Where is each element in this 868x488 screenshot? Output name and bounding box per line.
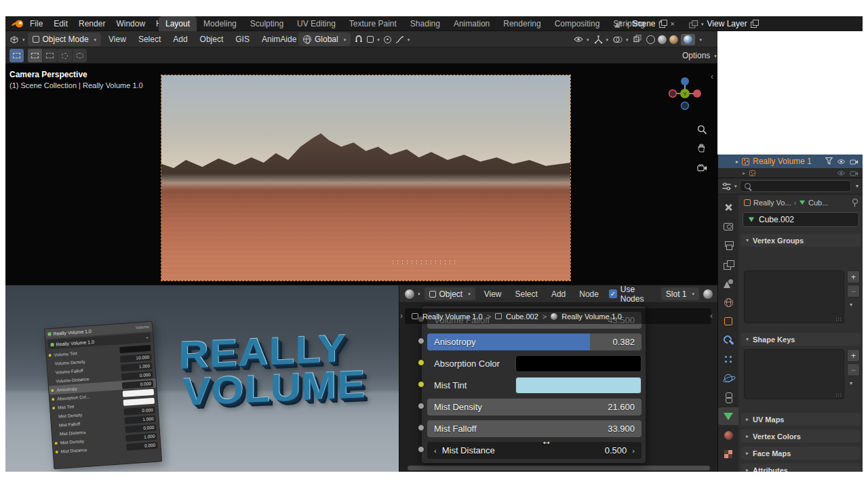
horizontal-scrollbar[interactable] bbox=[408, 466, 710, 470]
pan-hand-icon[interactable] bbox=[697, 143, 707, 156]
workspace-tab-animation[interactable]: Animation bbox=[447, 16, 496, 31]
menu-view[interactable]: View bbox=[479, 289, 507, 299]
path-object[interactable]: Cube.002 bbox=[506, 312, 538, 321]
camera-visibility-icon[interactable] bbox=[850, 155, 859, 167]
select-mode-tweak-button[interactable] bbox=[28, 49, 42, 62]
shading-material-button[interactable] bbox=[669, 35, 678, 44]
object-visibility-dropdown[interactable]: ▾ bbox=[574, 36, 589, 43]
properties-editor-type-button[interactable]: ▾ bbox=[722, 182, 737, 190]
outliner-item-label[interactable]: Really Volume 1 bbox=[753, 157, 812, 166]
select-mode-circle-button[interactable] bbox=[58, 49, 72, 62]
camera-render-view[interactable] bbox=[161, 75, 571, 281]
vertex-groups-list[interactable] bbox=[744, 270, 844, 323]
mist-tint-swatch[interactable] bbox=[515, 377, 642, 394]
socket-mist-distance[interactable] bbox=[418, 446, 425, 453]
workspace-tab-uv-editing[interactable]: UV Editing bbox=[290, 16, 342, 31]
menu-select[interactable]: Select bbox=[511, 289, 542, 299]
snap-toggle-button[interactable] bbox=[355, 33, 363, 45]
tab-modifiers[interactable] bbox=[718, 331, 738, 349]
use-nodes-checkbox[interactable]: ✓Use Nodes bbox=[609, 285, 657, 304]
select-mode-box-button[interactable] bbox=[43, 49, 57, 62]
workspace-tab-sculpting[interactable]: Sculpting bbox=[243, 16, 290, 31]
view-layer-name[interactable]: View Layer bbox=[707, 19, 747, 28]
copy-scene-icon[interactable] bbox=[659, 20, 667, 28]
tab-tool[interactable] bbox=[718, 199, 738, 216]
panel-header-uv-maps[interactable]: ▸UV Maps bbox=[741, 413, 861, 426]
menu-file[interactable]: File bbox=[24, 16, 48, 31]
xray-toggle-button[interactable] bbox=[633, 33, 642, 45]
tab-output[interactable] bbox=[718, 237, 738, 254]
mode-dropdown[interactable]: Object Mode▾ bbox=[28, 33, 102, 46]
panel-header-face-maps[interactable]: ▸Face Maps bbox=[741, 447, 861, 460]
tab-physics[interactable] bbox=[718, 369, 738, 387]
overlays-dropdown[interactable]: ▾ bbox=[613, 36, 629, 43]
menu-select[interactable]: Select bbox=[134, 35, 165, 44]
panel-header-vertex-groups[interactable]: ▾ Vertex Groups bbox=[741, 234, 861, 247]
shader-node[interactable]: Volume Falloff43.500 Anisotropy0.382 Abs… bbox=[421, 306, 646, 464]
region-collapse-icon[interactable]: ‹ bbox=[710, 311, 713, 321]
scene-name[interactable]: Scene bbox=[633, 19, 656, 28]
caret-down-icon[interactable]: ▾ bbox=[856, 184, 859, 189]
shader-editor-type-button[interactable]: ▾ bbox=[405, 289, 420, 299]
workspace-tab-shading[interactable]: Shading bbox=[403, 16, 447, 31]
navigation-gizmo[interactable]: Y bbox=[667, 76, 703, 114]
absorption-color-swatch[interactable] bbox=[515, 355, 642, 372]
snap-target-dropdown[interactable]: ▾ bbox=[367, 36, 380, 43]
hide-eye-icon[interactable] bbox=[837, 155, 846, 167]
vertex-group-remove-button[interactable]: − bbox=[847, 285, 860, 298]
blender-logo-icon[interactable] bbox=[11, 19, 24, 31]
disclosure-icon[interactable]: ▸ bbox=[743, 170, 745, 176]
shader-type-dropdown[interactable]: Object▾ bbox=[425, 287, 475, 300]
shape-key-add-button[interactable]: + bbox=[847, 349, 860, 362]
datablock-name-field[interactable]: Cube.002 bbox=[743, 212, 859, 227]
node-input-mist-falloff[interactable]: Mist Falloff33.900 bbox=[427, 420, 642, 437]
shape-key-remove-button[interactable]: − bbox=[847, 363, 860, 376]
workspace-tab-layout[interactable]: Layout bbox=[159, 16, 197, 31]
menu-object[interactable]: Object bbox=[195, 35, 229, 44]
node-input-anisotropy[interactable]: Anisotropy0.382 bbox=[427, 333, 642, 350]
workspace-tab-rendering[interactable]: Rendering bbox=[496, 16, 547, 31]
shape-keys-list[interactable] bbox=[744, 349, 844, 399]
workspace-tab-modeling[interactable]: Modeling bbox=[197, 16, 243, 31]
vertex-group-specials-dropdown[interactable]: ▾ bbox=[850, 302, 852, 308]
shading-rendered-button[interactable] bbox=[681, 34, 695, 45]
viewport-3d[interactable]: Camera Perspective (1) Scene Collection … bbox=[5, 64, 717, 285]
slot-dropdown[interactable]: Slot 1▾ bbox=[661, 287, 699, 300]
menu-gis[interactable]: GIS bbox=[231, 35, 254, 44]
tab-view-layer[interactable] bbox=[718, 256, 738, 273]
panel-header-shape-keys[interactable]: ▾ Shape Keys bbox=[741, 333, 861, 346]
tab-material[interactable] bbox=[718, 426, 738, 444]
tab-particles[interactable] bbox=[718, 350, 738, 368]
stepper-left-icon[interactable]: ‹ bbox=[434, 447, 437, 455]
menu-add[interactable]: Add bbox=[547, 289, 570, 299]
copy-view-layer-icon[interactable] bbox=[751, 20, 759, 28]
transform-orientation-dropdown[interactable]: Global▾ bbox=[298, 33, 351, 46]
menu-render[interactable]: Render bbox=[73, 16, 111, 31]
pin-icon[interactable] bbox=[851, 199, 858, 207]
gizmos-dropdown[interactable]: ▾ bbox=[594, 35, 609, 44]
node-input-mist-distance[interactable]: ‹ Mist Distance 0.500 › bbox=[427, 442, 642, 459]
menu-edit[interactable]: Edit bbox=[48, 16, 73, 31]
preview-viewport[interactable]: REALLY VOLUME Really Volume 1.0 Volume R… bbox=[5, 285, 399, 472]
tab-constraints[interactable] bbox=[718, 388, 738, 406]
menu-add[interactable]: Add bbox=[168, 35, 192, 44]
path-node-group[interactable]: Really Volume 1.0 bbox=[422, 312, 483, 321]
region-expand-icon[interactable]: › bbox=[400, 311, 403, 321]
camera-view-icon[interactable] bbox=[697, 162, 707, 174]
resize-grip[interactable] bbox=[835, 317, 842, 321]
stepper-right-icon[interactable]: › bbox=[632, 447, 635, 455]
material-preview-icon[interactable] bbox=[703, 289, 713, 299]
editor-type-button[interactable]: ▾ bbox=[9, 35, 25, 44]
shader-editor[interactable]: ▾ Object▾ View Select Add Node ✓Use Node… bbox=[399, 285, 717, 472]
view-layer-browse-button[interactable]: ▾ bbox=[688, 20, 704, 28]
disclosure-icon[interactable]: ▸ bbox=[736, 159, 738, 165]
scene-browse-button[interactable]: ▾ bbox=[614, 20, 629, 28]
menu-window[interactable]: Window bbox=[111, 16, 151, 31]
zoom-tool-icon[interactable] bbox=[697, 125, 707, 138]
panel-header-attributes[interactable]: ▸Attributes bbox=[741, 464, 861, 472]
shading-wireframe-button[interactable] bbox=[646, 35, 655, 44]
path-node-group-2[interactable]: Really Volume 1.0 bbox=[561, 312, 622, 321]
socket-mist-falloff[interactable] bbox=[418, 424, 425, 431]
properties-search-input[interactable] bbox=[740, 180, 851, 192]
tab-object-data[interactable] bbox=[718, 407, 738, 425]
